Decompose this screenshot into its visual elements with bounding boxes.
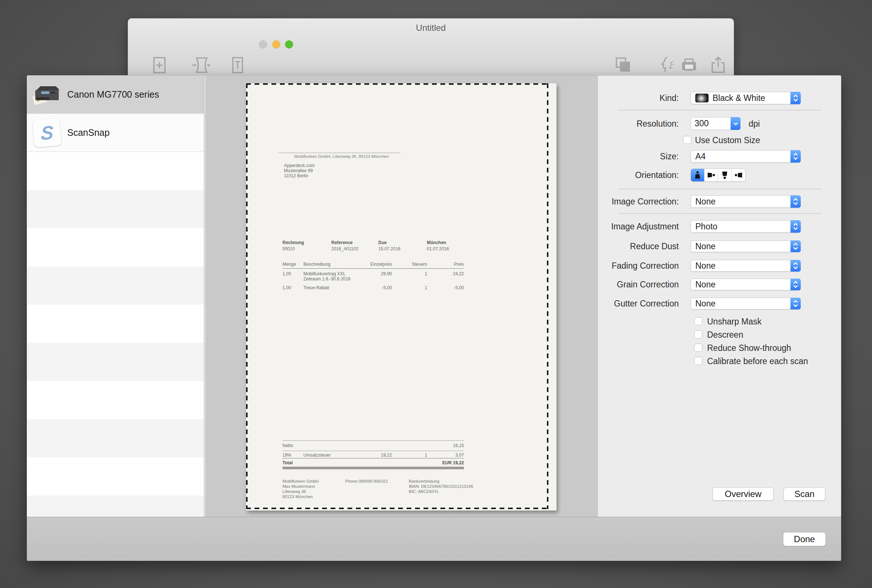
orientation-right-button[interactable] xyxy=(705,169,718,182)
print-icon xyxy=(679,55,698,76)
calibrate-label: Calibrate before each scan xyxy=(707,356,808,366)
gutter-correction-value: None xyxy=(695,299,716,309)
image-correction-popup[interactable]: None xyxy=(690,195,801,208)
section-divider xyxy=(618,110,821,111)
device-name: ScanSnap xyxy=(67,128,110,138)
minimize-button[interactable] xyxy=(272,40,280,48)
grain-correction-value: None xyxy=(695,280,716,290)
sidebar-item-canon[interactable]: Canon MG7700 series xyxy=(27,76,204,114)
reduce-show-through-label: Reduce Show-through xyxy=(707,343,791,353)
unsharp-mask-checkbox[interactable] xyxy=(694,317,702,325)
sidebar-empty-row xyxy=(27,267,204,304)
image-correction-value: None xyxy=(695,197,716,207)
grain-correction-popup[interactable]: None xyxy=(690,279,801,290)
stepper-icon xyxy=(791,220,801,233)
squeeze-icon xyxy=(192,55,211,76)
done-button[interactable]: Done xyxy=(783,532,826,546)
kind-thumbnail-icon xyxy=(695,94,708,102)
add-pages-icon xyxy=(149,55,168,76)
use-custom-size-label: Use Custom Size xyxy=(695,135,760,146)
size-value: A4 xyxy=(695,152,706,162)
image-adjustment-popup[interactable]: Photo xyxy=(690,220,801,233)
resolution-input[interactable] xyxy=(691,117,731,130)
descreen-checkbox[interactable] xyxy=(694,330,702,338)
orientation-upside-down-button[interactable] xyxy=(718,169,732,182)
stepper-icon xyxy=(791,279,801,290)
sidebar-item-scansnap[interactable]: S ScanSnap xyxy=(27,114,204,152)
scan-dialog: Canon MG7700 series S ScanSnap Mobilfunk… xyxy=(27,75,841,561)
descreen-label: Descreen xyxy=(707,330,743,340)
sidebar-empty-row xyxy=(27,152,204,190)
zoom-button[interactable] xyxy=(285,40,293,48)
chevron-down-icon[interactable] xyxy=(731,117,741,130)
kind-label: Kind: xyxy=(598,93,679,103)
resolution-label: Resolution: xyxy=(598,119,679,129)
printer-device-icon xyxy=(27,83,67,106)
image-adjustment-label: Image Adjustment xyxy=(598,222,679,232)
sidebar-empty-row xyxy=(27,419,204,458)
stepper-icon xyxy=(791,92,801,104)
image-correction-label: Image Correction: xyxy=(598,197,679,207)
reduce-show-through-checkbox[interactable] xyxy=(694,344,702,352)
read-aloud-icon xyxy=(657,55,676,76)
resolution-unit: dpi xyxy=(749,119,760,129)
orientation-segmented-control xyxy=(690,168,746,182)
scan-settings-panel: Kind: Black & White Resolution: dpi Use … xyxy=(598,76,841,517)
stepper-icon xyxy=(791,298,801,309)
fading-correction-value: None xyxy=(695,261,716,271)
orientation-label: Orientation: xyxy=(598,170,679,180)
window-title: Untitled xyxy=(128,23,734,33)
overview-button[interactable]: Overview xyxy=(713,488,774,501)
size-popup[interactable]: A4 xyxy=(690,150,801,163)
image-adjustment-value: Photo xyxy=(695,222,717,232)
reduce-dust-label: Reduce Dust xyxy=(598,242,679,251)
ocr-icon xyxy=(228,55,247,76)
reduce-dust-popup[interactable]: None xyxy=(690,240,801,252)
orientation-left-button[interactable] xyxy=(732,169,745,182)
sidebar-empty-row xyxy=(27,458,204,495)
fading-correction-label: Fading Correction xyxy=(598,261,679,271)
kind-popup[interactable]: Black & White xyxy=(690,92,801,104)
fading-correction-popup[interactable]: None xyxy=(690,260,801,272)
section-divider xyxy=(618,189,821,189)
stepper-icon xyxy=(791,150,801,163)
sidebar-empty-row xyxy=(27,343,204,381)
size-label: Size: xyxy=(598,152,679,162)
gutter-correction-label: Gutter Correction xyxy=(598,299,679,309)
stepper-icon xyxy=(791,260,801,272)
copy-text-icon xyxy=(614,55,633,76)
sidebar-empty-row xyxy=(27,228,204,267)
close-button[interactable] xyxy=(259,40,267,48)
sidebar-empty-row xyxy=(27,381,204,419)
resolution-combo[interactable] xyxy=(690,117,741,130)
dialog-bottom-bar: Done xyxy=(27,517,841,561)
share-icon xyxy=(708,55,728,76)
scan-preview-area: Mobilfunken GmbH, Lilienweg 36, 80123 Mü… xyxy=(205,76,598,517)
sidebar-empty-row xyxy=(27,190,204,228)
scan-button[interactable]: Scan xyxy=(783,488,825,501)
reduce-dust-value: None xyxy=(695,242,716,251)
sidebar-empty-row xyxy=(27,304,204,343)
stepper-icon xyxy=(791,195,801,208)
stepper-icon xyxy=(791,240,801,252)
orientation-portrait-button[interactable] xyxy=(691,169,705,182)
scan-selection-marquee[interactable] xyxy=(246,83,549,509)
sidebar-empty-row xyxy=(27,495,204,517)
calibrate-checkbox[interactable] xyxy=(694,357,702,365)
use-custom-size-checkbox[interactable] xyxy=(683,136,691,144)
grain-correction-label: Grain Correction xyxy=(598,280,679,290)
titlebar[interactable]: Untitled xyxy=(128,18,734,38)
document-window: Untitled Add Pages Squeeze OCR xyxy=(128,18,734,81)
unsharp-mask-label: Unsharp Mask xyxy=(707,317,761,327)
device-name: Canon MG7700 series xyxy=(67,89,159,100)
gutter-correction-popup[interactable]: None xyxy=(690,298,801,309)
section-divider xyxy=(618,213,821,214)
scansnap-logo-icon: S xyxy=(27,119,67,147)
kind-value: Black & White xyxy=(713,93,765,103)
device-sidebar: Canon MG7700 series S ScanSnap xyxy=(27,76,204,517)
